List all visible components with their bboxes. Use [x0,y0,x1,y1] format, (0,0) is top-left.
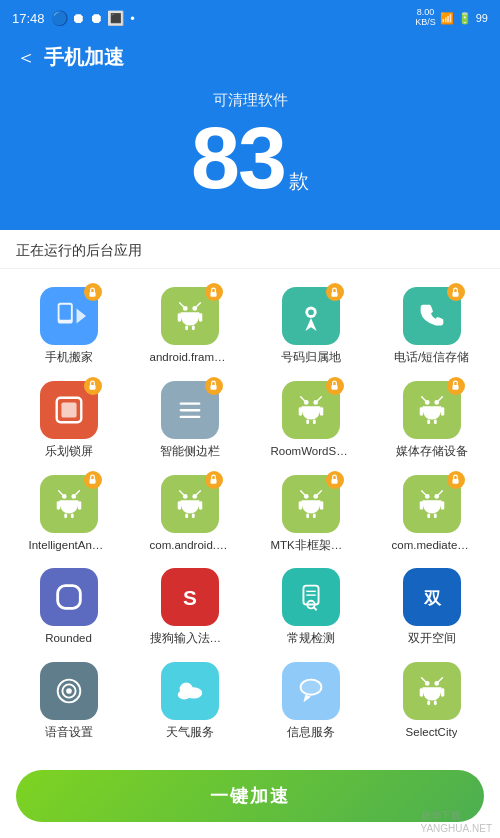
list-item[interactable]: 乐划锁屏 [8,375,129,469]
list-item[interactable]: 信息服务 [250,656,371,750]
svg-rect-23 [210,385,216,390]
badge-icon [205,471,223,489]
svg-rect-16 [452,291,458,296]
list-item[interactable]: 天气服务 [129,656,250,750]
list-item[interactable]: 号码归属地 [250,281,371,375]
accelerate-button[interactable]: 一键加速 [16,770,484,822]
back-button[interactable]: ＜ [16,44,36,71]
svg-line-30 [300,397,304,401]
app-name: 搜狗输入法定... [150,632,230,646]
svg-rect-78 [57,586,80,609]
svg-line-84 [313,608,316,611]
app-name: com.mediatek... [392,539,472,553]
app-icon-wrapper [282,568,340,626]
svg-rect-73 [427,513,430,518]
app-icon [161,662,219,720]
app-icon-wrapper [403,287,461,345]
network-speed: 8.00KB/S [415,8,436,28]
app-name: 媒体存储设备 [396,445,468,459]
list-item[interactable]: 常规检测 [250,562,371,656]
svg-rect-97 [440,688,443,697]
svg-line-11 [196,303,200,307]
svg-line-67 [317,490,321,494]
list-item[interactable]: 智能侧边栏 [129,375,250,469]
app-icon-wrapper [161,475,219,533]
svg-rect-8 [185,325,188,330]
list-item[interactable]: MTK非框架行... [250,469,371,563]
app-icon-wrapper [40,287,98,345]
svg-point-14 [308,309,314,315]
app-icon-wrapper [40,475,98,533]
list-item[interactable]: IntelligentAnal... [8,469,129,563]
badge-icon [205,283,223,301]
svg-line-66 [300,490,304,494]
app-name: Rounded [45,632,92,646]
svg-rect-3 [89,291,95,296]
svg-rect-99 [433,701,436,706]
app-icon-wrapper [40,662,98,720]
list-item[interactable]: 语音设置 [8,656,129,750]
svg-rect-62 [298,501,301,510]
badge-icon [84,471,102,489]
svg-text:双: 双 [422,590,441,609]
app-icon-wrapper [403,662,461,720]
app-icon [403,662,461,720]
section-header: 正在运行的后台应用 [0,230,500,269]
svg-line-10 [179,303,183,307]
list-item[interactable]: S 搜狗输入法定... [129,562,250,656]
list-item[interactable]: 电话/短信存储 [371,281,492,375]
svg-rect-9 [191,325,194,330]
app-name: SelectCity [406,726,458,740]
svg-rect-27 [319,407,322,416]
app-name: 双开空间 [408,632,456,646]
app-icon-wrapper [282,381,340,439]
app-icon-wrapper: 双 [403,568,461,626]
svg-rect-28 [306,419,309,424]
svg-text:S: S [183,587,197,610]
badge-icon [205,377,223,395]
svg-rect-50 [89,479,95,484]
svg-rect-7 [198,313,201,322]
svg-rect-96 [419,688,422,697]
app-icon-wrapper [282,287,340,345]
list-item[interactable]: Rounded [8,562,129,656]
app-list-section: 正在运行的后台应用 手机搬家 android.frame... 号码归属地 [0,230,500,789]
svg-point-88 [66,688,72,694]
svg-rect-68 [331,479,337,484]
app-name: 手机搬家 [45,351,93,365]
svg-rect-77 [452,479,458,484]
badge-icon [84,377,102,395]
list-item[interactable]: android.frame... [129,281,250,375]
svg-rect-41 [452,385,458,390]
svg-rect-55 [185,513,188,518]
app-name: RoomWordSa... [271,445,351,459]
svg-rect-46 [64,513,67,518]
app-icon [282,662,340,720]
svg-line-57 [179,490,183,494]
app-grid: 手机搬家 android.frame... 号码归属地 电话/短信存储 [0,269,500,754]
list-item[interactable]: com.mediatek... [371,469,492,563]
list-item[interactable]: com.android.w... [129,469,250,563]
svg-rect-15 [331,291,337,296]
time-display: 17:48 [12,11,45,26]
list-item[interactable]: 手机搬家 [8,281,129,375]
svg-point-93 [300,680,321,695]
badge-icon [447,377,465,395]
badge-icon [326,283,344,301]
app-scroll-area[interactable]: 手机搬家 android.frame... 号码归属地 电话/短信存储 [0,269,500,789]
battery-level: 99 [476,12,488,24]
svg-rect-64 [306,513,309,518]
hero-subtitle: 可清理软件 [0,91,500,110]
svg-rect-74 [433,513,436,518]
list-item[interactable]: 媒体存储设备 [371,375,492,469]
svg-line-40 [438,397,442,401]
app-name: com.android.w... [150,539,230,553]
svg-rect-45 [77,501,80,510]
list-item[interactable]: 双 双开空间 [371,562,492,656]
svg-rect-6 [177,313,180,322]
header: ＜ 手机加速 [0,36,500,81]
list-item[interactable]: RoomWordSa... [250,375,371,469]
list-item[interactable]: SelectCity [371,656,492,750]
wifi-icon: 📶 [440,12,454,25]
svg-rect-53 [177,501,180,510]
